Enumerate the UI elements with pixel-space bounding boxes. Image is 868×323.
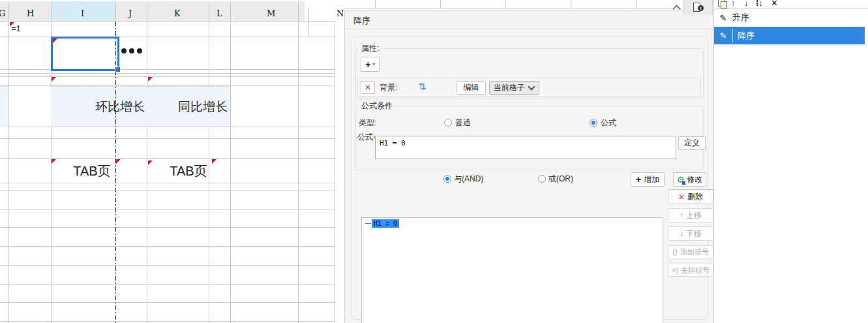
cell-growth-mom[interactable]: 环比增长 xyxy=(51,86,147,127)
delete-label: 删除 xyxy=(687,191,703,202)
dialog-body: 属性: + ▾ ✕ 背景: ⇅ 编辑 当前格子 公式条件 类型: xyxy=(351,36,708,320)
chevron-down-icon xyxy=(528,83,535,90)
radio-and[interactable] xyxy=(443,175,451,183)
scope-dropdown[interactable]: 当前格子 xyxy=(489,81,539,95)
close-icon: ✕ xyxy=(365,83,371,92)
sort-items-icon[interactable]: ⁞↓ xyxy=(756,0,763,8)
grid-line xyxy=(0,191,335,191)
scope-dropdown-value: 当前格子 xyxy=(490,82,529,93)
grid-line xyxy=(298,21,299,323)
move-down-button[interactable]: ↓ 下移 xyxy=(668,226,713,241)
grid-line xyxy=(440,0,441,8)
condition-sidebar: ↑ ↓ ⁞↓ ✕ ✎ 升序 ✎ 降序 xyxy=(713,0,868,323)
selected-cell[interactable] xyxy=(51,37,119,71)
add-condition-label: 增加 xyxy=(644,174,659,185)
grid-line xyxy=(0,183,335,183)
formula-input[interactable]: H1 = 0 xyxy=(375,136,676,159)
grid-line xyxy=(115,3,116,20)
remove-background-button[interactable]: ✕ xyxy=(361,81,375,94)
copy-icon[interactable] xyxy=(718,0,726,8)
column-header-G[interactable]: G xyxy=(0,8,5,18)
radio-normal[interactable] xyxy=(444,119,452,127)
add-condition-button[interactable]: + 增加 xyxy=(631,172,665,187)
cell-tab-page-1[interactable]: TAB页 xyxy=(51,160,133,183)
radio-formula-label[interactable]: 公式 xyxy=(601,118,616,127)
more-indicator-dot xyxy=(129,48,134,54)
background-label: 背景: xyxy=(380,83,397,92)
column-header-M[interactable]: M xyxy=(267,8,275,18)
red-corner-marker xyxy=(148,77,153,82)
column-header-I[interactable]: I xyxy=(81,8,84,18)
condition-list-selected-item[interactable]: H1 = 0 xyxy=(372,219,399,228)
grid-line xyxy=(0,69,335,70)
move-item-up-icon[interactable]: ↑ xyxy=(731,0,736,8)
grid-line xyxy=(0,21,335,22)
background-attribute-row: ✕ 背景: ⇅ 编辑 当前格子 xyxy=(357,78,701,97)
formula-condition-group: 公式条件 类型: 普通 公式 公式= H1 = 0 定义 xyxy=(355,106,704,170)
red-corner-marker xyxy=(52,77,56,82)
column-header-K[interactable]: K xyxy=(174,8,181,18)
radio-normal-label[interactable]: 普通 xyxy=(455,118,471,127)
add-attribute-button[interactable]: + ▾ xyxy=(361,57,380,72)
grid-line xyxy=(0,246,335,247)
copy-icon-front xyxy=(721,1,727,8)
move-down-label: 下移 xyxy=(686,228,702,239)
grid-line xyxy=(298,3,299,20)
sidebar-item-descending[interactable]: ✎ 降序 xyxy=(714,27,865,44)
move-item-down-icon[interactable]: ↓ xyxy=(744,0,749,8)
red-corner-marker xyxy=(116,159,121,164)
caret-down-icon: ▾ xyxy=(372,61,375,67)
attributes-legend: 属性: xyxy=(359,44,382,54)
brackets-icon: () xyxy=(672,248,677,256)
radio-or[interactable] xyxy=(538,175,546,183)
pencil-icon[interactable]: ✎ xyxy=(714,29,733,42)
edit-background-button[interactable]: 编辑 xyxy=(456,81,486,95)
column-header-H[interactable]: H xyxy=(27,8,34,18)
radio-or-label[interactable]: 或(OR) xyxy=(548,174,573,183)
type-label: 类型: xyxy=(359,118,376,127)
spreadsheet-grid: G H I J K L M N 环比增长 同比增长 TAB页 TAB页 =1 xyxy=(0,0,344,323)
move-up-label: 上移 xyxy=(686,210,702,221)
grid-line xyxy=(0,284,335,285)
grid-line xyxy=(335,21,335,323)
grid-line xyxy=(571,0,571,8)
column-header-N[interactable]: N xyxy=(337,8,344,18)
grid-line xyxy=(0,37,335,37)
delete-icon: ✕ xyxy=(678,192,685,202)
radio-and-label[interactable]: 与(AND) xyxy=(454,174,483,183)
add-bracket-button[interactable]: () 添加括号 xyxy=(668,245,713,258)
delete-item-icon[interactable]: ✕ xyxy=(771,0,778,8)
sidebar-item-ascending[interactable]: ✎ 升序 xyxy=(714,9,865,26)
plus-icon: + xyxy=(365,59,371,70)
grid-line xyxy=(375,0,376,8)
info-tab[interactable]: i xyxy=(683,0,713,14)
remove-bracket-button[interactable]: ×) 去掉括号 xyxy=(668,264,713,277)
column-header-L[interactable]: L xyxy=(217,8,222,18)
move-up-button[interactable]: ↑ 上移 xyxy=(668,208,713,223)
dialog-title: 降序 xyxy=(353,15,370,27)
cell-growth-yoy[interactable]: 同比增长 xyxy=(147,86,230,127)
attributes-group: 属性: + ▾ ✕ 背景: ⇅ 编辑 当前格子 xyxy=(355,48,704,99)
add-bracket-label: 添加括号 xyxy=(680,247,709,257)
radio-formula[interactable] xyxy=(590,119,597,127)
grid-line xyxy=(147,3,147,20)
modify-condition-label: 修改 xyxy=(687,174,702,185)
grid-line xyxy=(51,3,52,20)
tree-connector xyxy=(365,223,371,224)
grid-line xyxy=(0,265,335,266)
column-header-band xyxy=(0,1,305,22)
column-header-J[interactable]: J xyxy=(128,8,132,18)
more-indicator-dot xyxy=(121,48,127,54)
selection-handle[interactable] xyxy=(115,67,121,72)
pencil-icon[interactable]: ✎ xyxy=(714,13,732,23)
cell-tab-page-2[interactable]: TAB页 xyxy=(147,160,230,183)
define-button[interactable]: 定义 xyxy=(678,136,706,150)
condition-list[interactable]: H1 = 0 xyxy=(361,217,663,323)
formula-condition-legend: 公式条件 xyxy=(359,101,395,111)
cell-blue-left-strip[interactable] xyxy=(0,86,8,127)
grid-line xyxy=(0,76,335,77)
modify-condition-button[interactable]: ⚙ 修改 xyxy=(673,172,706,187)
delete-condition-button[interactable]: ✕ 删除 xyxy=(668,189,713,204)
plus-icon: + xyxy=(636,174,641,185)
grid-line xyxy=(308,8,309,37)
